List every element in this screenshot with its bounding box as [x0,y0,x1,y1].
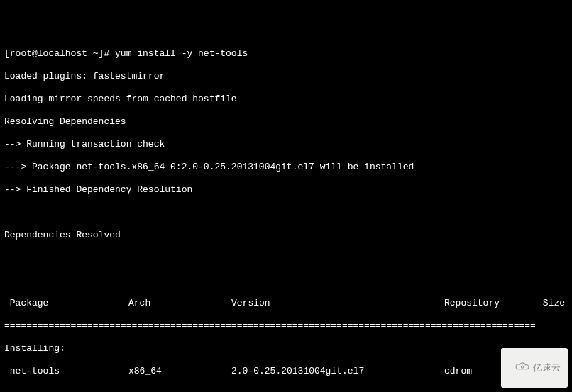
output-line: Loading mirror speeds from cached hostfi… [4,94,568,105]
output-line: --> Finished Dependency Resolution [4,184,568,196]
separator-line: ========================================… [4,275,568,286]
watermark-badge: 亿速云 [501,348,568,388]
output-line: Dependencies Resolved [4,230,568,241]
output-line: Resolving Dependencies [4,116,568,128]
cell-package: net-tools [4,366,128,377]
cell-version: 2.0-0.25.20131004git.el7 [231,366,444,377]
blank-line [4,388,568,392]
shell-prompt: [root@localhost ~]# [4,48,115,59]
output-line: Loaded plugins: fastestmirror [4,71,568,82]
table-header-row: PackageArchVersionRepositorySize [4,298,568,309]
output-line: --> Running transaction check [4,139,568,150]
svg-point-0 [521,366,523,368]
watermark-text: 亿速云 [533,362,561,374]
command-input[interactable]: yum install -y net-tools [115,48,248,59]
blank-line [4,252,568,264]
table-row: net-toolsx86_642.0-0.25.20131004git.el7c… [4,366,568,377]
header-size: Size [522,298,565,309]
cloud-icon [505,350,529,386]
header-package: Package [4,298,128,309]
header-version: Version [231,298,444,309]
header-arch: Arch [128,298,231,309]
section-installing: Installing: [4,343,568,354]
header-repository: Repository [444,298,522,309]
cell-arch: x86_64 [128,366,231,377]
prompt-line: [root@localhost ~]# yum install -y net-t… [4,48,568,60]
separator-line: ========================================… [4,320,568,332]
blank-line [4,207,568,218]
output-line: ---> Package net-tools.x86_64 0:2.0-0.25… [4,162,568,173]
